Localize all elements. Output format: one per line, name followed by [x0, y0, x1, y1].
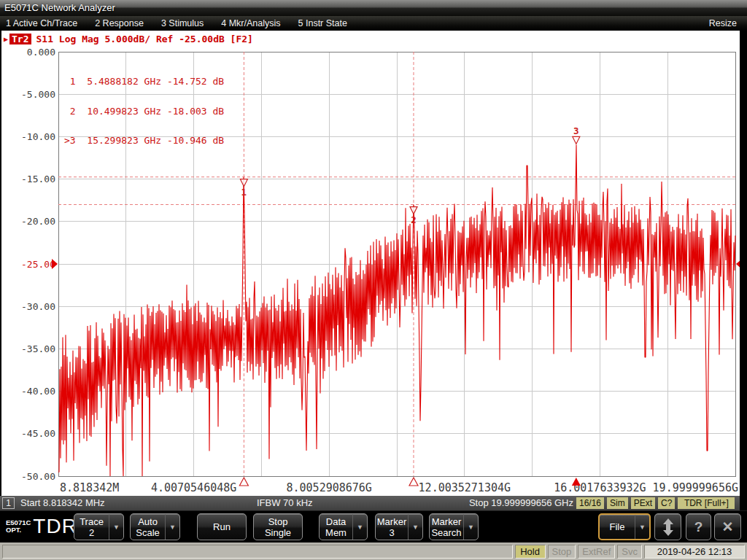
app-title: E5071C Network Analyzer — [0, 0, 115, 16]
trace-select-button[interactable]: Trace2 ▼ — [74, 513, 124, 540]
y-axis-tick-label: 0.000 — [27, 47, 55, 58]
instrument-screen: E5071C Network Analyzer 1 Active Ch/Trac… — [0, 0, 747, 560]
marker-1-number-label: 1 — [241, 187, 247, 198]
close-button[interactable]: ✕ — [714, 513, 741, 540]
marker-3-symbol[interactable] — [573, 136, 580, 144]
stop-single-label-2: Single — [254, 527, 302, 538]
dropdown-arrow-icon[interactable]: ▼ — [352, 514, 367, 540]
menu-item-resize[interactable]: Resize — [709, 18, 747, 28]
y-axis-tick-label: -5.000 — [21, 89, 55, 100]
dropdown-arrow-icon[interactable]: ▼ — [109, 514, 123, 540]
stop-frequency-label: Stop 19.999999656 GHz — [409, 497, 573, 508]
status-badge-tdr: TDR [Full+] — [678, 497, 735, 509]
marker-1-symbol[interactable] — [240, 179, 247, 187]
y-axis-tick-label: -40.00 — [21, 386, 55, 397]
y-axis-tick-label: -10.00 — [21, 131, 55, 142]
menu-item-instr-state[interactable]: 5 Instr State — [298, 18, 347, 28]
marker-select-value: 3 — [376, 527, 408, 538]
y-axis-tick-label: -50.00 — [21, 471, 55, 482]
help-icon: ? — [694, 519, 703, 535]
y-axis-tick-label: -15.00 — [21, 174, 55, 184]
start-frequency-label: Start 8.818342 MHz — [20, 497, 105, 508]
marker-select-button[interactable]: Marker3 ▼ — [375, 513, 423, 540]
trigger-stop-indicator: Stop — [548, 545, 576, 559]
dropdown-arrow-icon[interactable]: ▼ — [463, 514, 478, 540]
marker-3-number-label: 3 — [573, 125, 579, 136]
dropdown-arrow-icon[interactable]: ▼ — [408, 514, 422, 540]
status-badge-correction: C? — [658, 497, 675, 509]
menu-item-active-ch-trace[interactable]: 1 Active Ch/Trace — [6, 18, 77, 28]
file-label: File — [600, 521, 635, 532]
y-axis-tick-label: -25.00 — [21, 259, 55, 270]
dropdown-arrow-icon[interactable]: ▼ — [635, 515, 649, 539]
marker-2-axis-indicator[interactable] — [409, 478, 418, 486]
auto-scale-label-1: Auto — [131, 516, 165, 527]
marker-row-3: >3 15.299823 GHz -10.946 dB — [64, 136, 224, 146]
trace-select-value: 2 — [74, 527, 109, 538]
marker-1-axis-indicator[interactable] — [239, 478, 248, 486]
status-badge-trace-count: 16/16 — [576, 497, 604, 509]
chart-area: 0.000-5.000-10.00-15.00-20.00-25.00-30.0… — [1, 31, 740, 496]
menu-item-mkr-analysis[interactable]: 4 Mkr/Analysis — [221, 18, 280, 28]
instrument-logo: E5071C OPT. TDR — [6, 516, 77, 537]
logo-opt-label: OPT. — [6, 526, 31, 534]
x-axis-tick-label: 8.0052908676G — [286, 481, 371, 494]
system-message-panel — [2, 545, 513, 559]
x-axis-tick-label: 19.999999656G — [653, 481, 738, 494]
marker-search-button[interactable]: MarkerSearch ▼ — [429, 513, 479, 540]
help-button[interactable]: ? — [686, 513, 711, 540]
status-badge-pext: PExt — [631, 497, 655, 509]
trace-select-label: Trace — [74, 516, 109, 527]
x-axis-tick-label: 12.0035271304G — [419, 481, 511, 494]
menu-item-stimulus[interactable]: 3 Stimulus — [161, 18, 204, 28]
ifbw-label: IFBW 70 kHz — [257, 497, 313, 508]
x-axis-tick-label: 4.0070546048G — [151, 481, 236, 494]
system-status-bar: Hold Stop ExtRef Svc 2019-04-26 12:13 — [0, 542, 747, 560]
channel-number-badge: 1 — [2, 497, 15, 509]
status-badges: 16/16 Sim PExt C? TDR [Full+] — [576, 497, 735, 509]
datetime-label: 2019-04-26 12:13 — [644, 545, 745, 559]
updown-arrow-icon — [661, 518, 676, 537]
menu-bar: 1 Active Ch/Trace 2 Response 3 Stimulus … — [0, 16, 747, 31]
menu-item-response[interactable]: 2 Response — [95, 18, 144, 28]
marker-select-label: Marker — [376, 516, 408, 527]
close-icon: ✕ — [722, 518, 734, 535]
marker-row-2: 2 10.499823 GHz -18.003 dB — [64, 106, 224, 117]
logo-app-label: TDR — [33, 516, 77, 537]
trigger-hold-indicator: Hold — [515, 545, 546, 559]
softkey-bar: E5071C OPT. TDR Trace2 ▼ AutoScale ▼ Run… — [0, 510, 747, 543]
x-axis-tick-label: 16.0017633932G — [554, 481, 646, 494]
ref-level-right-icon[interactable] — [736, 259, 740, 269]
scroll-updown-button[interactable] — [654, 513, 681, 540]
active-trace-arrow-icon: ▶ — [4, 35, 8, 43]
marker-row-1: 1 5.4888182 GHz -14.752 dB — [64, 77, 224, 87]
auto-scale-label-2: Scale — [131, 527, 165, 538]
data-mem-button[interactable]: DataMem ▼ — [319, 513, 368, 540]
channel-status-bar: 1 Start 8.818342 MHz IFBW 70 kHz Stop 19… — [0, 496, 740, 510]
dropdown-arrow-icon[interactable]: ▼ — [165, 514, 179, 540]
title-bar: E5071C Network Analyzer — [0, 0, 747, 16]
status-badge-sim: Sim — [607, 497, 628, 509]
marker-search-label-1: Marker — [430, 516, 463, 527]
y-axis-tick-label: -30.00 — [21, 301, 55, 312]
y-axis-tick-label: -35.00 — [21, 343, 55, 354]
data-mem-label-2: Mem — [320, 527, 352, 538]
auto-scale-button[interactable]: AutoScale ▼ — [130, 513, 180, 540]
run-button[interactable]: Run — [197, 513, 247, 540]
file-button[interactable]: File ▼ — [598, 513, 651, 540]
y-axis-tick-label: -20.00 — [21, 216, 55, 227]
marker-2-symbol[interactable] — [410, 207, 417, 214]
extref-indicator: ExtRef — [578, 545, 615, 559]
x-axis-tick-label: 8.818342M — [60, 481, 119, 494]
trace-header: ▶ Tr2 S11 Log Mag 5.000dB/ Ref -25.00dB … — [4, 33, 253, 44]
run-label: Run — [198, 521, 246, 532]
marker-2-number-label: 2 — [411, 214, 417, 225]
data-mem-label-1: Data — [320, 516, 352, 527]
marker-table: 1 5.4888182 GHz -14.752 dB 2 10.499823 G… — [64, 57, 224, 166]
marker-search-label-2: Search — [430, 527, 463, 538]
trace-format-label: S11 Log Mag 5.000dB/ Ref -25.00dB [F2] — [36, 34, 253, 44]
trace-name-badge[interactable]: Tr2 — [9, 34, 31, 44]
stop-single-button[interactable]: StopSingle — [253, 513, 303, 540]
stop-single-label-1: Stop — [254, 516, 302, 527]
y-axis-tick-label: -45.00 — [21, 428, 55, 439]
